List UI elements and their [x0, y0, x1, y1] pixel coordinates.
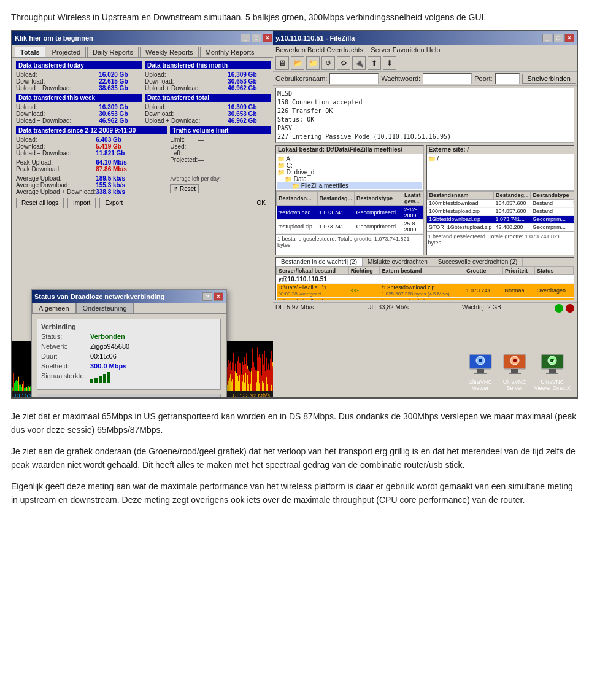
wireless-dialog: Status van Draadloze netwerkverbinding ?… [31, 289, 227, 399]
verbinding-section: Verbinding Status: Verbonden Netwerk: Zi… [37, 319, 221, 390]
fz-btn-6[interactable]: 🔌 [352, 56, 366, 70]
queue-tabs: Bestanden in de wachtrij (2) Mislukte ov… [276, 258, 574, 266]
dialog-min-btn[interactable]: ? [202, 292, 212, 301]
connect-btn[interactable]: Snelverbinden [522, 74, 576, 84]
host-input[interactable] [329, 73, 379, 84]
dialog-tab-algemeen[interactable]: Algemeen [32, 303, 76, 313]
tab-daily[interactable]: Daily Reports [87, 47, 139, 57]
filezilla-toolbar: 🖥 📂 📁 ↺ ⚙ 🔌 ⬆ ⬇ [273, 55, 577, 72]
vnc-server-icon[interactable]: UltraVNCServer [500, 349, 529, 391]
svg-rect-11 [549, 369, 556, 373]
today-upload-label: Upload: [16, 71, 99, 78]
status-value: Verbonden [90, 333, 125, 340]
filezilla-statusbar: DL: 5,97 Mb/s UL: 33,82 Mb/s Wachtrij: 2… [273, 302, 577, 314]
activiteit-section: Activiteit 📤 Verzonden ⇄ 📥 Ontvangen Byt… [37, 394, 221, 399]
svg-rect-12 [546, 373, 558, 374]
local-col-date: Laatst gew... [402, 192, 423, 206]
vnc-directx-icon[interactable]: DX UltraVNCViewer DirectX [534, 349, 571, 391]
log-line-3: 226 Transfer OK [277, 107, 572, 115]
vnc-viewer-icon[interactable]: UltraVNCViewer [466, 349, 495, 391]
port-label: Poort: [474, 75, 492, 82]
tab-monthly[interactable]: Monthly Reports [200, 47, 260, 57]
dialog-tab-ondersteuning[interactable]: Ondersteuning [76, 303, 134, 313]
log-line-5: PASV [277, 124, 572, 133]
dialog-close-btn[interactable]: ✕ [214, 292, 223, 301]
local-file-row-1[interactable]: testdownload...1.073.741...Gecomprimeerd… [277, 206, 423, 220]
queue-server-row: y@10.110.110.51 [277, 275, 574, 284]
pass-input[interactable] [423, 73, 472, 84]
fz-max-btn[interactable]: □ [553, 34, 563, 42]
pass-label: Wachtwoord: [381, 75, 420, 82]
local-col-type: Bestandstype [355, 192, 402, 206]
fz-close-btn[interactable]: ✕ [564, 34, 574, 42]
port-input[interactable] [495, 73, 520, 84]
today-header: Data transferred today [16, 61, 142, 69]
fz-btn-3[interactable]: 📁 [306, 56, 320, 70]
tab-totals[interactable]: Totals [15, 47, 45, 57]
body-para-2: Je ziet aan de grafiek onderaan (de Groe… [11, 445, 578, 472]
tab-projected[interactable]: Projected [47, 47, 86, 57]
tab-weekly[interactable]: Weekly Reports [140, 47, 198, 57]
fz-btn-5[interactable]: ⚙ [337, 56, 350, 70]
signal-bar-5 [107, 372, 110, 383]
svg-rect-1 [477, 369, 484, 373]
fz-btn-8[interactable]: ⬇ [383, 56, 396, 70]
fz-btn-4[interactable]: ↺ [321, 56, 335, 70]
remote-file-row-3[interactable]: 1Gbtestdownload.zip1.073.741...Gecomprim… [427, 216, 574, 224]
qcol-status: Status [534, 267, 573, 275]
netmeter-ul-label: UL: 33,92 Mb/s [233, 392, 270, 399]
filezilla-queue: Bestanden in de wachtrij (2) Mislukte ov… [275, 257, 574, 300]
remote-file-row-4[interactable]: STOR_1Gbtestupload.zip42.480.280Gecompri… [427, 224, 574, 231]
since-header: Data transferred since 2-12-2009 9:41:30 [16, 126, 167, 134]
left-window-title: Klik hier om te beginnen [15, 34, 93, 42]
duration-value: 00:15:06 [90, 352, 117, 360]
fz-btn-2[interactable]: 📂 [291, 56, 304, 70]
status-indicators [555, 304, 574, 313]
reset-button[interactable]: ↺ Reset [170, 184, 199, 193]
remote-file-row-2[interactable]: 100mbtestupload.zip104.857.600Bestand [427, 208, 574, 216]
tree-meetfiles: 📁 FileZilla meetfiles [277, 182, 422, 189]
svg-point-4 [479, 359, 482, 362]
network-label: Netwerk: [41, 343, 90, 350]
tree-c: 📁 C: [277, 162, 422, 169]
remote-col-size: Bestandsg... [493, 192, 531, 200]
since-total: 11.821 Gb [96, 150, 127, 157]
vnc-server-img [500, 349, 529, 379]
dialog-content: Verbinding Status: Verbonden Netwerk: Zi… [32, 314, 226, 399]
traffic-section: Traffic volume limit Limit:— Used:— Left… [170, 126, 271, 195]
queue-server-label: y@10.110.110.51 [277, 275, 574, 284]
close-btn[interactable]: ✕ [263, 34, 272, 42]
svg-point-9 [513, 359, 517, 362]
queue-tab-success[interactable]: Succesvolle overdrachten (2) [433, 258, 523, 266]
ok-btn[interactable]: OK [252, 198, 271, 208]
vnc-viewer-label: UltraVNCViewer [469, 379, 492, 391]
filezilla-address-row: Gebruikersnaam: Wachtwoord: Poort: Snelv… [273, 72, 577, 86]
local-file-row-2[interactable]: testupload.zip1.073.741...Gecomprimeerd.… [277, 220, 423, 234]
svg-rect-7 [509, 373, 521, 374]
svg-text:DX: DX [549, 359, 555, 364]
fz-min-btn[interactable]: _ [542, 34, 552, 42]
filezilla-file-area: Lokaal bestand: D:\Data\FileZilla meetfi… [275, 145, 574, 255]
fz-btn-7[interactable]: ⬆ [368, 56, 381, 70]
signal-bar-2 [94, 378, 98, 383]
import-btn[interactable]: Import [67, 198, 96, 208]
queue-row-2: D:\Data\FileZilla...\100:02:57 verstreke… [277, 298, 574, 301]
remote-col-type: Bestandstype [531, 192, 571, 200]
remote-file-row-1[interactable]: 100mbtestdownload104.857.600Bestand30 [427, 200, 574, 208]
dialog-title: Status van Draadloze netwerkverbinding [34, 293, 164, 300]
local-header: Lokaal bestand: D:\Data\FileZilla meetfi… [276, 146, 423, 154]
fz-btn-1[interactable]: 🖥 [275, 56, 289, 70]
queue-tab-failed[interactable]: Mislukte overdrachten [363, 258, 433, 266]
signal-bar-4 [103, 374, 106, 383]
local-status: 1 bestand geselecteerd. Totale grootte: … [276, 234, 423, 249]
left-window-titlebar: Klik hier om te beginnen _ □ ✕ [12, 31, 275, 45]
queue-tab-active[interactable]: Bestanden in de wachtrij (2) [276, 258, 363, 266]
export-btn[interactable]: Export [99, 198, 128, 208]
traffic-left: — [198, 150, 204, 157]
remote-col-col4: L [571, 192, 574, 200]
peak-upload: 64.10 Mb/s [96, 159, 127, 166]
minimize-btn[interactable]: _ [241, 34, 250, 42]
reset-all-btn[interactable]: Reset all logs [16, 198, 64, 208]
maximize-btn[interactable]: □ [252, 34, 261, 42]
week-section: Data transferred this week Upload:16.309… [16, 94, 142, 124]
